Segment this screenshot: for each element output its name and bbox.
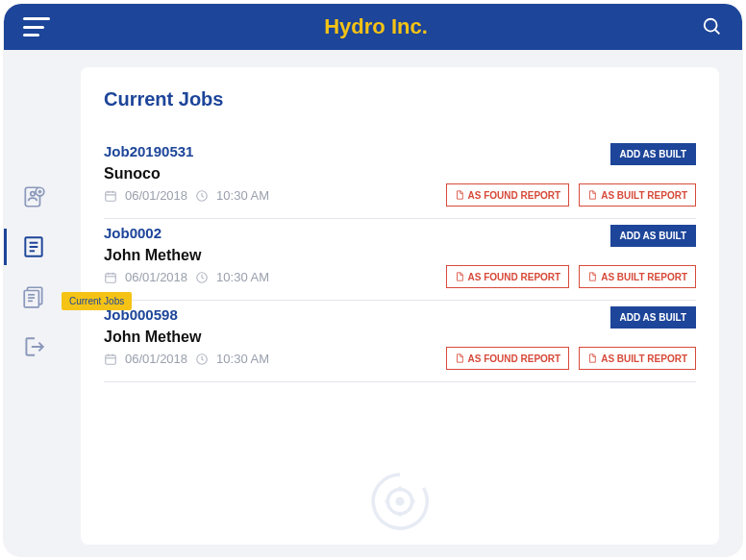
sidebar-tooltip: Current Jobs <box>62 292 132 310</box>
search-icon[interactable] <box>702 16 723 37</box>
as-built-report-button[interactable]: AS BUILT REPORT <box>579 347 696 370</box>
nav-logout-icon[interactable] <box>21 334 46 359</box>
job-customer: Sunoco <box>104 165 696 183</box>
svg-rect-16 <box>106 191 116 200</box>
svg-point-0 <box>705 19 717 32</box>
sidebar: Current Jobs <box>4 50 63 556</box>
as-found-report-button[interactable]: AS FOUND REPORT <box>446 347 570 370</box>
job-item: Job0002 John Methew 06/01/2018 10:30 AM … <box>104 219 696 301</box>
job-date: 06/01/2018 <box>125 352 187 366</box>
job-id[interactable]: Job20190531 <box>104 143 696 159</box>
add-as-built-button[interactable]: ADD AS BUILT <box>610 225 696 247</box>
calendar-icon <box>104 271 117 284</box>
job-id[interactable]: Job000598 <box>104 306 696 323</box>
topbar: Hydro Inc. <box>4 4 742 50</box>
job-item: Job20190531 Sunoco 06/01/2018 10:30 AM A… <box>104 137 696 219</box>
add-as-built-button[interactable]: ADD AS BUILT <box>610 306 696 329</box>
clock-icon <box>195 353 209 366</box>
as-found-report-button[interactable]: AS FOUND REPORT <box>446 265 570 288</box>
as-built-report-button[interactable]: AS BUILT REPORT <box>579 265 696 288</box>
svg-rect-26 <box>106 354 116 363</box>
svg-line-1 <box>715 30 720 35</box>
calendar-icon <box>104 189 117 203</box>
clock-icon <box>195 189 209 203</box>
nav-new-job-icon[interactable] <box>21 184 46 209</box>
watermark-logo-icon <box>366 468 434 539</box>
pdf-icon <box>587 271 597 282</box>
svg-point-32 <box>397 499 403 504</box>
svg-rect-21 <box>106 273 116 281</box>
job-date: 06/01/2018 <box>125 188 187 203</box>
job-time: 10:30 AM <box>216 270 269 284</box>
add-as-built-button[interactable]: ADD AS BUILT <box>610 143 696 165</box>
nav-reports-icon[interactable] <box>21 284 46 309</box>
as-built-report-button[interactable]: AS BUILT REPORT <box>579 183 696 207</box>
job-date: 06/01/2018 <box>125 270 187 284</box>
job-customer: John Methew <box>104 247 696 264</box>
job-item: Job000598 John Methew 06/01/2018 10:30 A… <box>104 301 696 382</box>
calendar-icon <box>104 353 117 366</box>
job-customer: John Methew <box>104 329 696 346</box>
pdf-icon <box>587 353 597 364</box>
pdf-icon <box>455 353 464 364</box>
clock-icon <box>195 271 209 284</box>
job-time: 10:30 AM <box>216 188 269 203</box>
current-jobs-card: Current Jobs Job20190531 Sunoco 06/01/20… <box>81 67 719 545</box>
svg-rect-12 <box>24 291 38 307</box>
menu-icon[interactable] <box>23 17 50 37</box>
pdf-icon <box>455 271 464 282</box>
job-id[interactable]: Job0002 <box>104 225 696 241</box>
pdf-icon <box>455 189 464 201</box>
page-title: Current Jobs <box>104 88 696 110</box>
as-found-report-button[interactable]: AS FOUND REPORT <box>446 183 570 207</box>
brand-title: Hydro Inc. <box>324 14 428 39</box>
pdf-icon <box>587 189 597 201</box>
job-time: 10:30 AM <box>216 352 269 366</box>
nav-current-jobs-icon[interactable] <box>21 234 46 259</box>
svg-point-6 <box>31 192 35 196</box>
